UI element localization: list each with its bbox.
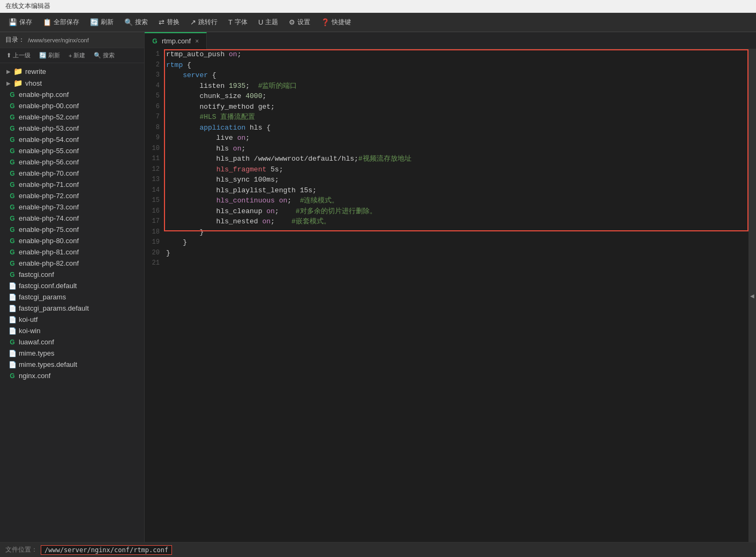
line-content: hls_path /www/wwwroot/default/hls;#视频流存放… [164,154,748,164]
tab-close-button[interactable]: × [194,37,200,45]
line-number: 11 [145,154,164,164]
line-number: 20 [145,248,164,259]
file-icon: 📄 [9,350,16,357]
list-item[interactable]: Genable-php-55.conf [0,145,144,156]
list-item[interactable]: 📄fastcgi.conf.default [0,280,144,291]
list-item[interactable]: Genable-php-74.conf [0,213,144,224]
g-icon: G [9,271,16,278]
settings-button[interactable]: ⚙ 设置 [285,16,315,28]
file-name: enable-php-71.conf [19,180,79,189]
line-content: hls_sync 100ms; [164,175,748,185]
list-item[interactable]: Genable-php-72.conf [0,190,144,201]
line-content: #HLS 直播流配置 [164,112,748,123]
line-content: hls_continuous on; #连续模式。 [164,195,748,206]
table-row: 7 #HLS 直播流配置 [145,112,748,123]
line-number: 1 [145,49,164,60]
file-tree: ▶ 📁 rewrite ▶ 📁 vhost Genable-php.confGe… [0,63,144,542]
replace-icon: ⇄ [159,18,164,26]
list-item[interactable]: Genable-php-80.conf [0,235,144,246]
file-name: enable-php-70.conf [19,169,79,177]
up-icon: ⬆ [6,52,11,59]
table-row: 14 hls_playlist_length 15s; [145,185,748,196]
line-content: server { [164,70,748,81]
folder-icon: 📁 [13,79,23,87]
g-icon: G [9,215,16,222]
line-content: application hls { [164,123,748,133]
search-icon: 🔍 [124,18,133,26]
list-item[interactable]: Gfastcgi.conf [0,269,144,280]
up-button[interactable]: ⬆ 上一级 [4,50,33,61]
list-item[interactable]: 📄fastcgi_params.default [0,303,144,314]
g-icon: G [9,170,16,177]
g-icon: G [9,147,16,155]
list-item[interactable]: Genable-php.conf [0,89,144,100]
list-item[interactable]: 📄koi-utf [0,314,144,325]
line-content [164,258,748,268]
table-row: 1rtmp_auto_push on; [145,49,748,60]
g-icon: G [9,125,16,132]
sidebar-refresh-button[interactable]: 🔄 刷新 [37,50,62,61]
g-icon: G [9,192,16,200]
g-icon: G [9,114,16,121]
list-item[interactable]: 📄fastcgi_params [0,291,144,303]
list-item[interactable]: 📄mime.types [0,348,144,359]
list-item[interactable]: Genable-php-56.conf [0,156,144,168]
file-icon: 📄 [9,293,16,301]
list-item[interactable]: 📄koi-win [0,325,144,336]
folder-rewrite[interactable]: ▶ 📁 rewrite [0,65,144,77]
sidebar-search-button[interactable]: 🔍 搜索 [92,50,117,61]
table-row: 6 notify_method get; [145,102,748,112]
list-item[interactable]: Genable-php-54.conf [0,134,144,145]
goto-button[interactable]: ↗ 跳转行 [186,16,222,28]
shortcut-button[interactable]: ❓ 快捷键 [317,16,355,28]
list-item[interactable]: Gluawaf.conf [0,336,144,348]
font-button[interactable]: T 字体 [224,16,252,28]
list-item[interactable]: Genable-php-73.conf [0,201,144,213]
file-name: koi-utf [19,315,38,323]
new-icon: + [69,52,72,59]
list-item[interactable]: Gnginx.conf [0,370,144,381]
theme-button[interactable]: U 主题 [254,16,282,28]
new-button[interactable]: + 新建 [66,50,87,61]
list-item[interactable]: Genable-php-75.conf [0,224,144,235]
g-icon: G [9,159,16,166]
table-row: 19 } [145,237,748,248]
chevron-right-icon: ▶ [6,80,11,86]
g-icon: G [9,226,16,234]
search-button[interactable]: 🔍 搜索 [120,16,152,28]
save-all-button[interactable]: 📋 全部保存 [39,16,84,28]
list-item[interactable]: 📄mime.types.default [0,359,144,370]
list-item[interactable]: Genable-php-71.conf [0,179,144,190]
file-path: /www/server/nginx/conf/rtmp.conf [41,545,172,555]
file-name: enable-php-80.conf [19,237,79,245]
table-row: 9 live on; [145,133,748,144]
line-content: hls_fragment 5s; [164,164,748,175]
table-row: 21 [145,258,748,268]
refresh-button[interactable]: 🔄 刷新 [86,16,118,28]
save-button[interactable]: 💾 保存 [4,16,36,28]
list-item[interactable]: Genable-php-81.conf [0,246,144,258]
file-icon: 📄 [9,327,16,335]
dir-path: /www/server/nginx/conf [28,37,89,43]
list-item[interactable]: Genable-php-52.conf [0,111,144,123]
folder-name-vhost: vhost [25,79,42,87]
file-icon: 📄 [9,282,16,290]
code-wrapper[interactable]: 1rtmp_auto_push on;2rtmp {3 server {4 li… [145,49,748,542]
list-item[interactable]: Genable-php-00.conf [0,100,144,111]
table-row: 12 hls_fragment 5s; [145,164,748,175]
collapse-handle[interactable]: ◀ [748,49,756,542]
file-name: enable-php-53.conf [19,124,79,132]
table-row: 3 server { [145,70,748,81]
tab-rtmp-conf[interactable]: G rtmp.conf × [145,32,207,49]
folder-vhost[interactable]: ▶ 📁 vhost [0,77,144,89]
line-content: rtmp { [164,60,748,71]
g-icon: G [9,237,16,245]
list-item[interactable]: Genable-php-70.conf [0,168,144,179]
sidebar-refresh-icon: 🔄 [39,52,47,59]
line-number: 9 [145,133,164,144]
replace-button[interactable]: ⇄ 替换 [154,16,184,28]
list-item[interactable]: Genable-php-53.conf [0,123,144,134]
list-item[interactable]: Genable-php-82.conf [0,258,144,269]
table-row: 5 chunk_size 4000; [145,91,748,102]
line-number: 4 [145,81,164,92]
